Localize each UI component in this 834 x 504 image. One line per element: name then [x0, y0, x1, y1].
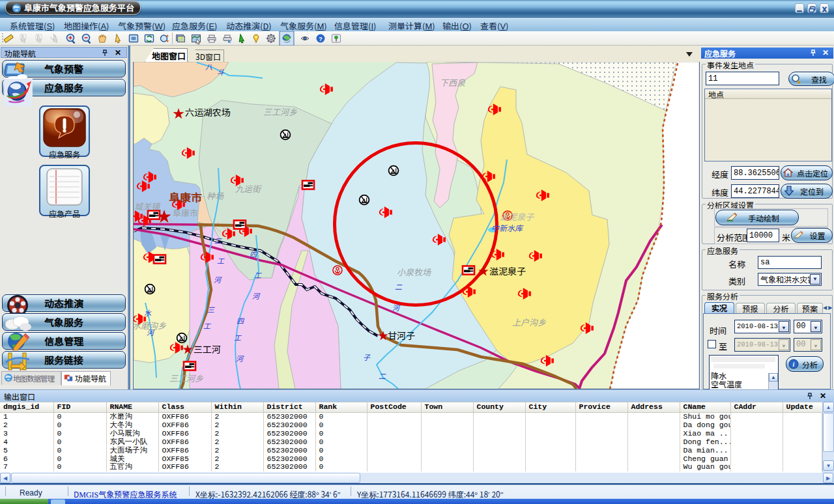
svg-text:三工河: 三工河 — [194, 343, 221, 356]
svg-text:三工河乡: 三工河乡 — [263, 105, 297, 118]
svg-text:八: 八 — [205, 62, 212, 72]
svg-text:工: 工 — [217, 255, 225, 266]
svg-text:工: 工 — [203, 320, 211, 331]
svg-text:六运湖农场: 六运湖农场 — [185, 105, 231, 119]
svg-text:水: 水 — [144, 307, 152, 318]
svg-text:二: 二 — [395, 281, 403, 292]
svg-text:滋泥泉子: 滋泥泉子 — [500, 210, 534, 223]
svg-text:斗: 斗 — [217, 66, 225, 77]
svg-text:小泉牧场: 小泉牧场 — [397, 266, 431, 278]
svg-text:i: i — [793, 361, 795, 368]
svg-text:城关镇: 城关镇 — [134, 200, 161, 212]
svg-text:子: 子 — [363, 352, 371, 362]
svg-text:三工河乡: 三工河乡 — [169, 372, 203, 384]
svg-text:二: 二 — [379, 371, 386, 381]
svg-text:甘河子: 甘河子 — [388, 329, 415, 342]
svg-text:下西泉: 下西泉 — [440, 76, 466, 89]
svg-text:阜康市: 阜康市 — [173, 206, 198, 219]
svg-text:?: ? — [319, 36, 323, 42]
svg-text:滋泥泉子: 滋泥泉子 — [489, 264, 526, 277]
svg-text:种场: 种场 — [207, 189, 224, 202]
svg-text:阜康市: 阜康市 — [169, 189, 202, 205]
svg-text:工: 工 — [254, 270, 262, 280]
svg-text:上户沟乡: 上户沟乡 — [512, 316, 546, 328]
svg-text:二: 二 — [214, 235, 222, 245]
svg-text:三: 三 — [207, 304, 215, 315]
svg-text:中新水库: 中新水库 — [491, 222, 524, 233]
svg-text:九运街: 九运街 — [235, 182, 262, 195]
svg-text:工: 工 — [234, 332, 242, 343]
